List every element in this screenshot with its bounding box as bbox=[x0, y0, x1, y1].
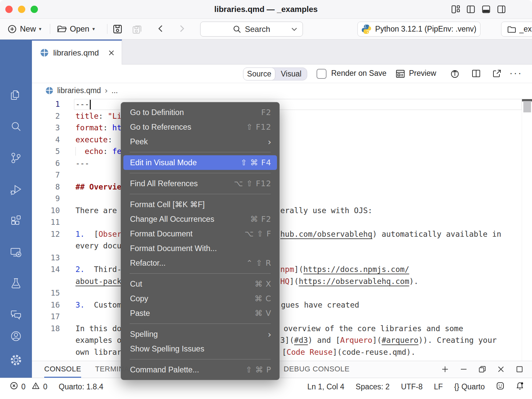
menu-item-command-palette[interactable]: Command Palette...⇧ ⌘ P bbox=[121, 362, 279, 377]
run-debug-icon bbox=[9, 183, 23, 196]
customize-layout-icon[interactable] bbox=[451, 5, 460, 14]
sidebar-item-remote-explorer[interactable] bbox=[9, 246, 23, 259]
code-editor[interactable]: 1---2title: "Li3format: ht4execute:5 ech… bbox=[32, 98, 532, 361]
mode-toggle[interactable]: Source Visual bbox=[243, 67, 307, 80]
feedback-smiley-icon[interactable] bbox=[496, 382, 504, 392]
toggle-sidebar-icon[interactable] bbox=[466, 5, 475, 14]
code-line[interactable]: 1--- bbox=[32, 98, 532, 110]
plus-icon[interactable] bbox=[441, 365, 450, 374]
language-mode[interactable]: {} Quarto bbox=[454, 382, 485, 391]
code-line[interactable]: 7 bbox=[32, 169, 532, 181]
menu-item-edit-in-visual-mode[interactable]: Edit in Visual Mode⇧ ⌘ F4 bbox=[123, 155, 277, 170]
line-number: 5 bbox=[32, 146, 60, 158]
menu-item-go-to-references[interactable]: Go to References⇧ F12 bbox=[121, 120, 279, 134]
code-line[interactable]: own librar[Code Reuse](code-reuse.qmd). bbox=[32, 346, 532, 358]
panel-tab-debug-console[interactable]: DEBUG CONSOLE bbox=[284, 361, 349, 378]
code-line[interactable]: 142. Third-npm](https://docs.npmjs.com/ bbox=[32, 264, 532, 276]
code-line[interactable]: 8## Overvie bbox=[32, 181, 532, 193]
panel-tab-bar: CONSOLETERMINALDEBUG CONSOLE bbox=[32, 361, 532, 378]
code-line[interactable]: 5 echo: fe bbox=[32, 146, 532, 158]
code-line[interactable]: about-packHQ](https://observablehq.com). bbox=[32, 276, 532, 288]
menu-item-format-document-with[interactable]: Format Document With... bbox=[121, 241, 279, 256]
warning-count[interactable]: 0 bbox=[43, 382, 48, 391]
minimize-icon[interactable] bbox=[459, 365, 468, 374]
breadcrumb-file[interactable]: libraries.qmd bbox=[57, 86, 101, 95]
sidebar-item-explorer[interactable] bbox=[9, 89, 23, 102]
sidebar-item-testing[interactable] bbox=[9, 277, 23, 290]
sidebar-item-run-debug[interactable] bbox=[9, 183, 23, 196]
quarto-version[interactable]: Quarto: 1.8.4 bbox=[59, 382, 103, 391]
menu-item-change-all-occurrences[interactable]: Change All Occurrences⌘ F2 bbox=[121, 212, 279, 226]
menu-item-format-document[interactable]: Format Document⌥ ⇧ F bbox=[121, 226, 279, 241]
code-line[interactable]: every docu bbox=[32, 240, 532, 252]
menu-item-peek[interactable]: Peek› bbox=[121, 134, 279, 149]
menu-item-go-to-definition[interactable]: Go to DefinitionF2 bbox=[121, 105, 279, 120]
sidebar-item-search[interactable] bbox=[9, 120, 23, 133]
code-line[interactable]: 13 bbox=[32, 252, 532, 264]
menu-item-cut[interactable]: Cut⌘ X bbox=[121, 277, 279, 291]
workspace-button[interactable]: _ex bbox=[501, 22, 532, 37]
maximize-icon[interactable] bbox=[515, 365, 524, 374]
code-line[interactable]: 6--- bbox=[32, 158, 532, 170]
source-mode-button[interactable]: Source bbox=[243, 67, 275, 80]
code-line[interactable]: 15 bbox=[32, 287, 532, 299]
publish-icon[interactable] bbox=[450, 68, 460, 79]
open-button[interactable]: Open ▾ bbox=[57, 19, 95, 39]
menu-item-paste[interactable]: Paste⌘ V bbox=[121, 306, 279, 321]
breadcrumb-more[interactable]: ... bbox=[111, 86, 118, 95]
close-icon[interactable] bbox=[496, 365, 505, 374]
split-editor-icon[interactable] bbox=[471, 68, 481, 79]
code-line[interactable]: 3format: ht bbox=[32, 122, 532, 134]
error-count[interactable]: 0 bbox=[21, 382, 26, 391]
preview-button[interactable]: Preview bbox=[409, 69, 436, 78]
code-line[interactable]: 10There are erally use with OJS: bbox=[32, 205, 532, 217]
sidebar-item-extensions[interactable] bbox=[9, 214, 23, 227]
open-in-new-window-icon[interactable] bbox=[491, 68, 502, 79]
plus-circle-icon bbox=[7, 24, 17, 34]
navigate-back-button[interactable] bbox=[156, 24, 166, 35]
panel-tab-console[interactable]: CONSOLE bbox=[44, 361, 81, 378]
code-line[interactable]: 18In this dooverview of the core librari… bbox=[32, 323, 532, 335]
close-icon[interactable] bbox=[107, 49, 116, 57]
save-button[interactable] bbox=[112, 24, 123, 36]
tab-libraries-qmd[interactable]: libraries.qmd bbox=[32, 40, 122, 65]
toggle-secondary-sidebar-icon[interactable] bbox=[497, 5, 506, 14]
interpreter-selector-button[interactable]: Python 3.12.1 (PipEnv: .venv) bbox=[357, 22, 480, 37]
code-line[interactable]: 9 bbox=[32, 193, 532, 205]
render-on-save-checkbox[interactable] bbox=[317, 69, 327, 79]
sidebar-item-settings[interactable] bbox=[9, 353, 23, 367]
menu-item-refactor[interactable]: Refactor...⌃ ⇧ R bbox=[121, 256, 279, 270]
code-line[interactable]: 11 bbox=[32, 216, 532, 228]
cursor-position[interactable]: Ln 1, Col 4 bbox=[307, 382, 344, 391]
visual-mode-button[interactable]: Visual bbox=[275, 68, 307, 80]
new-button[interactable]: New ▾ bbox=[7, 19, 42, 39]
more-actions-button[interactable]: ··· bbox=[509, 67, 522, 78]
code-line[interactable]: 163. Customgues have created bbox=[32, 299, 532, 311]
warning-icon[interactable] bbox=[32, 382, 40, 392]
sidebar-item-chat[interactable] bbox=[9, 308, 23, 321]
menu-item-show-spelling-issues[interactable]: Show Spelling Issues bbox=[121, 341, 279, 356]
toggle-panel-icon[interactable] bbox=[481, 5, 491, 14]
code-line[interactable]: 17 bbox=[32, 311, 532, 323]
menu-item-spelling[interactable]: Spelling› bbox=[121, 327, 279, 341]
breadcrumb[interactable]: libraries.qmd › ... bbox=[32, 83, 532, 98]
code-line[interactable]: 4execute: bbox=[32, 134, 532, 146]
sidebar-item-account[interactable] bbox=[9, 330, 23, 343]
folder-icon bbox=[507, 25, 516, 34]
menu-item-copy[interactable]: Copy⌘ C bbox=[121, 291, 279, 306]
code-line[interactable]: 121. [Obserhub.com/observablehq) automat… bbox=[32, 228, 532, 240]
encoding[interactable]: UTF-8 bbox=[401, 382, 423, 391]
indentation[interactable]: Spaces: 2 bbox=[356, 382, 390, 391]
sidebar-item-source-control[interactable] bbox=[9, 151, 23, 165]
save-all-button[interactable] bbox=[132, 24, 143, 36]
menu-item-format-cell-k-f[interactable]: Format Cell [⌘K ⌘F] bbox=[121, 197, 279, 212]
code-line[interactable]: examples o3](#d3) and [Arquero](#arquero… bbox=[32, 334, 532, 346]
notification-bell-icon[interactable] bbox=[516, 381, 524, 392]
eol[interactable]: LF bbox=[434, 382, 443, 391]
code-line[interactable]: 2title: "Li bbox=[32, 110, 532, 122]
restore-icon[interactable] bbox=[478, 365, 487, 374]
navigate-forward-button[interactable] bbox=[177, 24, 186, 35]
error-icon[interactable] bbox=[10, 382, 18, 392]
menu-item-find-all-references[interactable]: Find All References⌥ ⇧ F12 bbox=[121, 176, 279, 191]
search-input[interactable]: Search bbox=[200, 22, 303, 37]
